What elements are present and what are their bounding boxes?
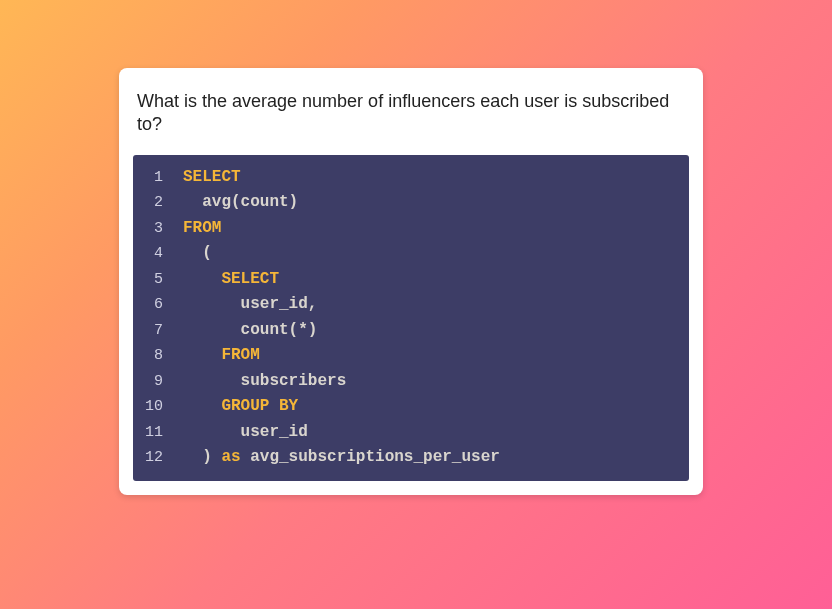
code-line: 10 GROUP BY [133,394,689,420]
code-content: ( [169,241,212,267]
code-content: SELECT [169,165,241,191]
code-line: 9 subscribers [133,369,689,395]
code-content: SELECT [169,267,279,293]
code-line: 12 ) as avg_subscriptions_per_user [133,445,689,471]
code-block: 1SELECT2 avg(count)3FROM4 (5 SELECT6 use… [133,155,689,481]
line-number: 3 [133,216,169,242]
line-number: 5 [133,267,169,293]
line-number: 11 [133,420,169,446]
code-content: count(*) [169,318,317,344]
line-number: 8 [133,343,169,369]
code-line: 5 SELECT [133,267,689,293]
code-line: 4 ( [133,241,689,267]
code-content: user_id [169,420,308,446]
code-content: user_id, [169,292,317,318]
sql-keyword: FROM [221,346,259,364]
line-number: 12 [133,445,169,471]
code-line: 3FROM [133,216,689,242]
line-number: 2 [133,190,169,216]
code-content: subscribers [169,369,346,395]
line-number: 1 [133,165,169,191]
sql-keyword: SELECT [221,270,279,288]
code-line: 2 avg(count) [133,190,689,216]
code-line: 1SELECT [133,165,689,191]
code-line: 11 user_id [133,420,689,446]
sql-text: ) [202,448,221,466]
line-number: 10 [133,394,169,420]
code-content: GROUP BY [169,394,298,420]
line-number: 6 [133,292,169,318]
sql-text: avg(count) [202,193,298,211]
code-line: 6 user_id, [133,292,689,318]
sql-keyword: FROM [183,219,221,237]
code-content: ) as avg_subscriptions_per_user [169,445,500,471]
sql-text: subscribers [241,372,347,390]
sql-keyword: GROUP BY [221,397,298,415]
question-text: What is the average number of influencer… [119,68,703,155]
line-number: 7 [133,318,169,344]
sql-text: count(*) [241,321,318,339]
line-number: 9 [133,369,169,395]
code-line: 8 FROM [133,343,689,369]
sql-text: user_id, [241,295,318,313]
sql-keyword: as [221,448,240,466]
code-content: FROM [169,216,221,242]
code-content: FROM [169,343,260,369]
sql-text: avg_subscriptions_per_user [241,448,500,466]
sql-text: user_id [241,423,308,441]
code-line: 7 count(*) [133,318,689,344]
code-content: avg(count) [169,190,298,216]
sql-text: ( [202,244,212,262]
qa-card: What is the average number of influencer… [119,68,703,495]
sql-keyword: SELECT [183,168,241,186]
line-number: 4 [133,241,169,267]
